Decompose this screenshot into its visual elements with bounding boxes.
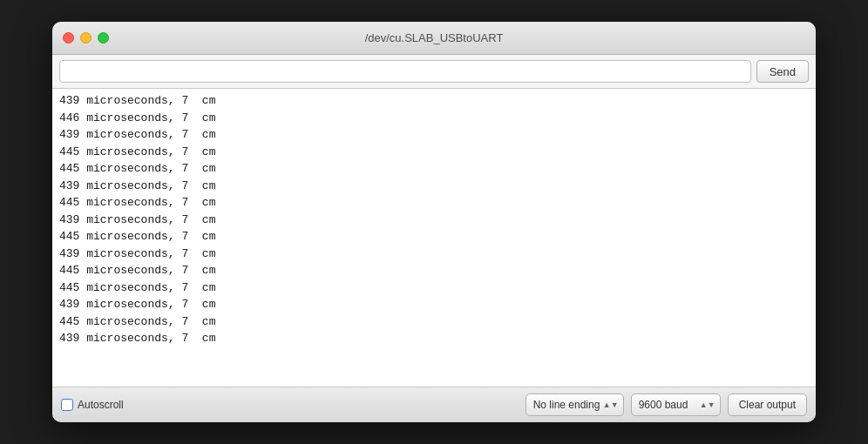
output-line: 445 microseconds, 7 cm [59, 194, 809, 212]
statusbar: Autoscroll No line endingNewlineCarriage… [52, 387, 816, 422]
output-line: 445 microseconds, 7 cm [59, 313, 809, 331]
titlebar: /dev/cu.SLAB_USBtoUART [52, 22, 816, 55]
output-area: 439 microseconds, 7 cm446 microseconds, … [52, 89, 816, 387]
output-line: 439 microseconds, 7 cm [59, 246, 809, 263]
line-ending-select[interactable]: No line endingNewlineCarriage returnBoth… [526, 394, 624, 416]
output-line: 445 microseconds, 7 cm [59, 228, 809, 246]
baud-rate-wrapper: 300 baud1200 baud2400 baud4800 baud9600 … [631, 394, 721, 416]
send-input[interactable] [59, 60, 751, 83]
autoscroll-container: Autoscroll [61, 399, 517, 411]
line-ending-wrapper: No line endingNewlineCarriage returnBoth… [526, 394, 624, 416]
output-line: 439 microseconds, 7 cm [59, 330, 809, 347]
toolbar: Send [52, 55, 816, 89]
clear-output-button[interactable]: Clear output [728, 394, 807, 416]
maximize-button[interactable] [98, 32, 109, 44]
minimize-button[interactable] [80, 32, 92, 44]
autoscroll-checkbox[interactable] [61, 399, 73, 411]
output-line: 439 microseconds, 7 cm [59, 126, 809, 144]
output-line: 446 microseconds, 7 cm [59, 110, 809, 127]
output-line: 439 microseconds, 7 cm [59, 178, 809, 195]
output-line: 445 microseconds, 7 cm [59, 262, 809, 279]
close-button[interactable] [63, 32, 74, 44]
output-line: 439 microseconds, 7 cm [59, 296, 809, 313]
statusbar-right: No line endingNewlineCarriage returnBoth… [526, 394, 807, 416]
output-line: 445 microseconds, 7 cm [59, 144, 809, 161]
baud-rate-select[interactable]: 300 baud1200 baud2400 baud4800 baud9600 … [631, 394, 721, 416]
output-line: 439 microseconds, 7 cm [59, 212, 809, 229]
send-button[interactable]: Send [756, 60, 809, 83]
output-line: 445 microseconds, 7 cm [59, 279, 809, 297]
main-window: /dev/cu.SLAB_USBtoUART Send 439 microsec… [52, 22, 816, 422]
output-line: 445 microseconds, 7 cm [59, 160, 809, 178]
output-line: 439 microseconds, 7 cm [59, 92, 809, 110]
autoscroll-label: Autoscroll [78, 399, 124, 411]
window-title: /dev/cu.SLAB_USBtoUART [365, 31, 504, 44]
traffic-lights [63, 32, 109, 44]
